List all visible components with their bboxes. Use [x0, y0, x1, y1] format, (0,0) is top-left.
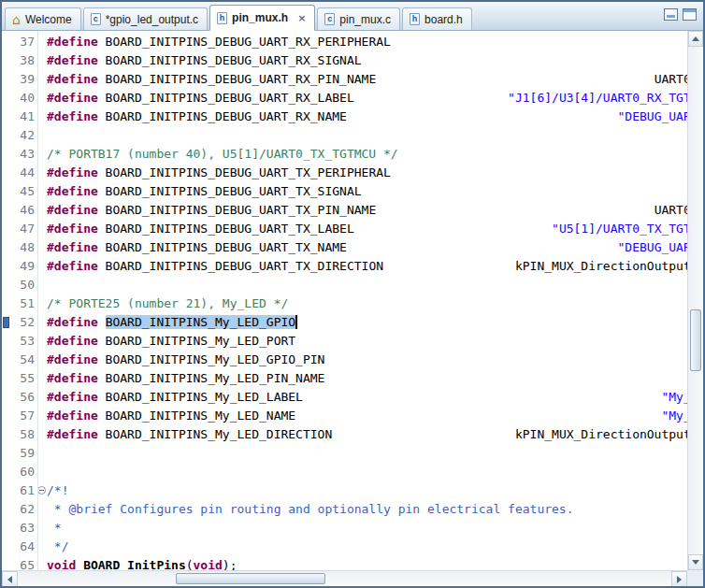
code-segment: /*! [47, 483, 68, 497]
line-number[interactable]: 56 [13, 388, 37, 407]
code-line[interactable]: 54#define BOARD_INITPINS_My_LED_GPIO_PIN [2, 351, 687, 369]
code-line[interactable]: 43/* PORTB17 (number 40), U5[1]/UART0_TX… [2, 145, 687, 164]
code-line[interactable]: 65void BOARD_InitPins(void); [2, 556, 687, 570]
annotation-ruler-cell [2, 294, 13, 313]
line-number[interactable]: 57 [13, 407, 37, 425]
annotation-ruler-cell [2, 369, 13, 388]
line-number[interactable]: 54 [13, 351, 37, 369]
line-number[interactable]: 43 [13, 145, 37, 164]
line-number[interactable]: 40 [13, 89, 37, 108]
code-line[interactable]: 39#define BOARD_INITPINS_DEBUG_UART_RX_P… [2, 70, 687, 89]
line-number[interactable]: 50 [13, 276, 37, 294]
line-number[interactable]: 41 [13, 108, 37, 126]
code-line[interactable]: 51/* PORTE25 (number 21), My_LED */ [2, 294, 687, 313]
line-number[interactable]: 45 [13, 182, 37, 201]
code-line[interactable]: 37#define BOARD_INITPINS_DEBUG_UART_RX_P… [2, 33, 687, 51]
scrollbar-corner [687, 570, 703, 586]
code-segment: #define [47, 165, 98, 179]
line-number[interactable]: 63 [13, 519, 37, 538]
h-file-icon: h [410, 13, 420, 25]
vertical-scrollbar[interactable] [687, 31, 703, 570]
tab-Welcome[interactable]: ⌂Welcome [5, 7, 81, 30]
code-segment: BOARD_INITPINS_DEBUG_UART_TX_PIN_NAME [98, 203, 376, 217]
tab-gpio_led_output.c[interactable]: c*gpio_led_output.c [83, 7, 208, 30]
line-number[interactable]: 37 [13, 33, 37, 51]
line-number[interactable]: 62 [13, 500, 37, 519]
tab-board.h[interactable]: hboard.h [402, 7, 472, 30]
line-number[interactable]: 61 [13, 481, 37, 500]
scroll-down-button[interactable] [688, 554, 703, 570]
line-number[interactable]: 58 [13, 425, 37, 444]
line-number[interactable]: 60 [13, 463, 37, 481]
line-number[interactable]: 64 [13, 538, 37, 556]
line-number[interactable]: 53 [13, 332, 37, 351]
tab-label: Welcome [25, 13, 72, 26]
annotation-ruler-cell [2, 313, 13, 332]
line-number[interactable]: 59 [13, 444, 37, 463]
line-number[interactable]: 38 [13, 51, 37, 70]
code-line[interactable]: 46#define BOARD_INITPINS_DEBUG_UART_TX_P… [2, 201, 687, 220]
code-text: #define BOARD_INITPINS_My_LED_GPIO [47, 313, 687, 332]
code-line[interactable]: 63 * [2, 519, 687, 538]
tab-pin_mux.h[interactable]: hpin_mux.h× [209, 5, 315, 31]
code-editor[interactable]: 37#define BOARD_INITPINS_DEBUG_UART_RX_P… [2, 31, 687, 570]
line-number[interactable]: 47 [13, 220, 37, 238]
collapse-icon[interactable] [37, 486, 46, 495]
line-number[interactable]: 39 [13, 70, 37, 89]
code-line[interactable]: 60 [2, 463, 687, 481]
code-line[interactable]: 57#define BOARD_INITPINS_My_LED_NAME "My… [2, 407, 687, 425]
vertical-scrollbar-thumb[interactable] [690, 309, 701, 371]
code-line[interactable]: 56#define BOARD_INITPINS_My_LED_LABEL "M… [2, 388, 687, 407]
code-line[interactable]: 53#define BOARD_INITPINS_My_LED_PORT [2, 332, 687, 351]
occurrence-marker [3, 317, 9, 328]
line-number[interactable]: 51 [13, 294, 37, 313]
minimize-button[interactable] [664, 8, 678, 21]
fold-cell [37, 220, 47, 238]
code-line[interactable]: 48#define BOARD_INITPINS_DEBUG_UART_TX_N… [2, 238, 687, 257]
close-icon[interactable]: × [297, 13, 306, 23]
line-number[interactable]: 44 [13, 164, 37, 182]
line-number[interactable]: 65 [13, 556, 37, 570]
code-line[interactable]: 49#define BOARD_INITPINS_DEBUG_UART_TX_D… [2, 257, 687, 276]
scroll-right-button[interactable] [671, 571, 687, 587]
line-number[interactable]: 52 [13, 313, 37, 332]
line-number[interactable]: 48 [13, 238, 37, 257]
code-line[interactable]: 64 */ [2, 538, 687, 556]
annotation-ruler-cell [2, 89, 13, 108]
code-text [47, 463, 687, 481]
line-number[interactable]: 49 [13, 257, 37, 276]
code-segment: #define [47, 184, 98, 198]
line-number[interactable]: 55 [13, 369, 37, 388]
annotation-ruler-cell [2, 425, 13, 444]
code-segment: #define [47, 259, 98, 273]
line-number[interactable]: 46 [13, 201, 37, 220]
code-line[interactable]: 40#define BOARD_INITPINS_DEBUG_UART_RX_L… [2, 89, 687, 108]
code-line[interactable]: 38#define BOARD_INITPINS_DEBUG_UART_RX_S… [2, 51, 687, 70]
code-line[interactable]: 42 [2, 126, 687, 145]
code-line[interactable]: 59 [2, 444, 687, 463]
code-line[interactable]: 41#define BOARD_INITPINS_DEBUG_UART_RX_N… [2, 108, 687, 126]
horizontal-scrollbar-thumb[interactable] [176, 573, 325, 584]
tab-pin_mux.c[interactable]: cpin_mux.c [317, 7, 400, 30]
code-line[interactable]: 44#define BOARD_INITPINS_DEBUG_UART_TX_P… [2, 164, 687, 182]
code-line[interactable]: 55#define BOARD_INITPINS_My_LED_PIN_NAME [2, 369, 687, 388]
scroll-up-button[interactable] [688, 31, 703, 47]
scroll-left-button[interactable] [2, 571, 18, 587]
maximize-button[interactable] [683, 8, 697, 21]
code-line[interactable]: 45#define BOARD_INITPINS_DEBUG_UART_TX_S… [2, 182, 687, 201]
code-line[interactable]: 58#define BOARD_INITPINS_My_LED_DIRECTIO… [2, 425, 687, 444]
horizontal-scrollbar[interactable] [2, 570, 687, 586]
code-text: #define BOARD_INITPINS_My_LED_DIRECTION … [47, 425, 687, 444]
code-line[interactable]: 47#define BOARD_INITPINS_DEBUG_UART_TX_L… [2, 220, 687, 238]
code-text: #define BOARD_INITPINS_My_LED_PORT [47, 332, 687, 351]
code-text: /* PORTE25 (number 21), My_LED */ [47, 294, 687, 313]
code-line[interactable]: 50 [2, 276, 687, 294]
code-line[interactable]: 52#define BOARD_INITPINS_My_LED_GPIO [2, 313, 687, 332]
fold-cell [37, 294, 47, 313]
left-arrow-icon [7, 576, 12, 583]
code-line[interactable]: 62 * @brief Configures pin routing and o… [2, 500, 687, 519]
fold-cell [37, 500, 47, 519]
code-line[interactable]: 61/*! [2, 481, 687, 500]
line-number[interactable]: 42 [13, 126, 37, 145]
code-segment: kPIN_MUX_DirectionOutput [383, 259, 687, 273]
